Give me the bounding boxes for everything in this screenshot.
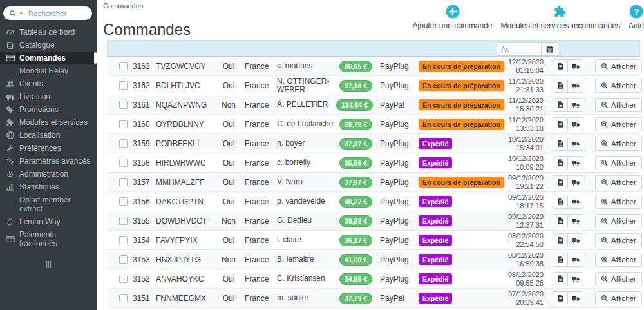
order-date: 08/12/202016:59:38 — [493, 251, 547, 268]
invoice-button[interactable] — [553, 98, 568, 112]
delivery-slip-button[interactable] — [568, 79, 583, 93]
delivery-slip-button[interactable] — [568, 156, 583, 170]
invoice-button[interactable] — [553, 233, 568, 247]
invoice-button[interactable] — [553, 214, 568, 228]
invoice-button[interactable] — [553, 272, 568, 286]
calendar-button[interactable] — [541, 43, 558, 55]
invoice-button[interactable] — [553, 156, 568, 170]
view-order-button[interactable]: Afficher — [595, 253, 642, 267]
order-status-badge: Expédié — [419, 196, 452, 207]
table-row[interactable]: 3162BDLHTLJVCOuiFranceN. OTTINGER-WEBER9… — [107, 75, 640, 95]
invoice-button[interactable] — [553, 253, 568, 267]
row-checkbox[interactable] — [119, 81, 128, 90]
table-row[interactable]: 3158HIRLWRWWCOuiFrancec. borrelly95,56 €… — [107, 153, 640, 172]
row-checkbox[interactable] — [119, 159, 128, 167]
view-order-button[interactable]: Afficher — [595, 117, 642, 131]
delivery-slip-button[interactable] — [568, 233, 583, 247]
delivery-slip-button[interactable] — [568, 59, 583, 73]
delivery-slip-button[interactable] — [568, 137, 583, 151]
view-order-button[interactable]: Afficher — [595, 79, 642, 93]
sidebar-item-localisation[interactable]: Localisation — [0, 129, 97, 142]
delivery-slip-button[interactable] — [568, 291, 583, 305]
table-row[interactable]: 3155DOWDHVDCTNonFranceG. Dedieu38,88 €Pa… — [107, 211, 640, 230]
invoice-button[interactable] — [553, 291, 568, 305]
sidebar-search[interactable] — [3, 6, 92, 20]
delivery-slip-button[interactable] — [568, 214, 583, 228]
sidebar-item-opart-extract[interactable]: Op'art member extract — [0, 193, 97, 215]
add-order-button[interactable]: Ajouter une commande — [412, 5, 492, 30]
order-date: 10/12/202010:09:20 — [493, 155, 547, 171]
row-checkbox[interactable] — [119, 275, 128, 283]
invoice-button[interactable] — [553, 117, 568, 131]
sidebar-item-promotions[interactable]: Promotions — [0, 103, 97, 116]
row-checkbox[interactable] — [119, 217, 128, 225]
row-checkbox[interactable] — [119, 101, 128, 109]
delivery-slip-button[interactable] — [568, 175, 583, 189]
order-payment: PayPlug — [372, 81, 415, 90]
delivery-slip-button[interactable] — [568, 195, 583, 209]
row-checkbox[interactable] — [119, 255, 128, 264]
table-row[interactable]: 3153HNXJPJYTGNonFranceB. lemaitre41,00 €… — [107, 249, 640, 269]
sidebar-item-preferences[interactable]: Préférences — [0, 142, 97, 155]
table-row[interactable]: 3163TVZGWCVGYOuiFrancec. mauries86,65 €P… — [107, 57, 640, 75]
invoice-button[interactable] — [553, 79, 568, 93]
table-row[interactable]: 3160OYRDBLNNYOuiFranceC. de Laplanche20,… — [107, 114, 640, 133]
sidebar-item-catalogue[interactable]: Catalogue — [0, 39, 97, 52]
view-order-button[interactable]: Afficher — [595, 156, 642, 170]
sidebar-item-paiements[interactable]: Paiements fractionnés — [0, 228, 97, 250]
view-order-button[interactable]: Afficher — [595, 233, 642, 247]
row-checkbox[interactable] — [119, 197, 128, 206]
sidebar-item-modules[interactable]: Modules et services — [0, 116, 97, 129]
delivery-slip-button[interactable] — [568, 98, 583, 112]
table-row[interactable]: 3152ANVAHOYKCOuiFranceC. Kristiansen34,5… — [107, 269, 640, 288]
file-icon — [556, 275, 565, 283]
view-order-button[interactable]: Afficher — [595, 98, 642, 112]
view-order-button[interactable]: Afficher — [595, 175, 642, 189]
delivery-slip-button[interactable] — [568, 253, 583, 267]
sidebar-item-dashboard[interactable]: Tableau de bord — [0, 26, 97, 39]
table-row[interactable]: 3156DAKCTGPTNOuiFrancep. vandevelde40,22… — [107, 191, 640, 211]
invoice-button[interactable] — [553, 175, 568, 189]
help-button[interactable]: ?Aide — [629, 5, 644, 30]
sidebar-item-statistiques[interactable]: Statistiques — [0, 180, 97, 193]
search-input[interactable] — [26, 9, 88, 18]
search-icon — [9, 10, 17, 17]
row-checkbox[interactable] — [119, 139, 128, 148]
view-order-button[interactable]: Afficher — [595, 137, 642, 151]
view-order-button[interactable]: Afficher — [595, 214, 642, 228]
row-checkbox[interactable] — [119, 62, 128, 70]
table-row[interactable]: 3154FAVYFPYIXOuiFrancel. claire36,17 €Pa… — [107, 230, 640, 249]
order-payment: PayPal — [372, 294, 415, 303]
invoice-button[interactable] — [553, 195, 568, 209]
sidebar-item-label: Catalogue — [19, 41, 55, 50]
invoice-button[interactable] — [553, 137, 568, 151]
sidebar-item-livraison[interactable]: Livraison — [0, 90, 97, 103]
sidebar-item-lemon-way[interactable]: Lemon Way — [0, 215, 97, 228]
view-order-button[interactable]: Afficher — [595, 291, 642, 305]
table-row[interactable]: 3161NQAZNPWNGNonFranceA. PELLETIER134,64… — [107, 95, 640, 114]
date-to-input[interactable] — [497, 43, 541, 55]
view-order-button[interactable]: Afficher — [595, 272, 642, 286]
sidebar-item-administration[interactable]: Administration — [0, 168, 97, 180]
sidebar-collapse-grip[interactable] — [0, 260, 97, 269]
row-checkbox[interactable] — [119, 236, 128, 244]
sidebar-item-clients[interactable]: Clients — [0, 77, 97, 90]
table-row[interactable]: 3151FNNMEEGMXOuiFrancem. sunier37,79 €Pa… — [107, 288, 640, 307]
delivery-slip-button[interactable] — [568, 117, 583, 131]
invoice-button[interactable] — [553, 59, 568, 73]
table-row[interactable]: 3157MMHMALZFFOuiFranceV. Naro37,97 €PayP… — [107, 172, 640, 191]
recommended-modules-button[interactable]: Modules et services recommandés — [501, 5, 620, 30]
sidebar-item-parametres[interactable]: Paramètres avancés — [0, 155, 97, 168]
view-order-button[interactable]: Afficher — [595, 195, 642, 209]
delivery-slip-button[interactable] — [568, 272, 583, 286]
table-row[interactable]: 3150SSYKDIWUCOuiFranceM. CALVET58,31 €Pa… — [107, 307, 640, 310]
chevron-down-icon[interactable] — [19, 11, 24, 16]
row-checkbox[interactable] — [119, 120, 128, 128]
order-status-cell: En cours de préparation — [415, 61, 493, 72]
view-order-button[interactable]: Afficher — [595, 59, 642, 73]
sidebar-item-commandes[interactable]: Commandes — [0, 52, 97, 64]
sidebar-item-mondial-relay[interactable]: Mondial Relay — [0, 64, 97, 77]
table-row[interactable]: 3159PODBFEKLIOuiFrancen. boyer37,97 €Pay… — [107, 133, 640, 153]
row-checkbox[interactable] — [119, 294, 128, 302]
row-checkbox[interactable] — [119, 178, 128, 186]
